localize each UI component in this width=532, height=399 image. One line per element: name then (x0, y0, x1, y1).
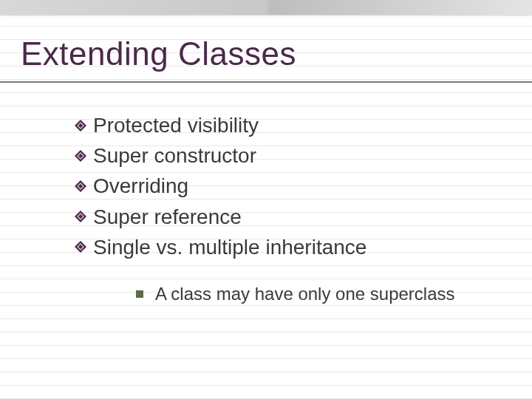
list-item: Single vs. multiple inheritance (74, 233, 366, 262)
diamond-bullet-icon (74, 240, 87, 253)
diamond-bullet-icon (74, 119, 87, 132)
slide-title: Extending Classes (21, 35, 296, 72)
diamond-bullet-icon (74, 210, 87, 223)
title-underline (0, 81, 532, 83)
list-item: Super constructor (74, 141, 366, 170)
slide-content: Extending Classes Protected visibility (0, 0, 532, 399)
list-item: A class may have only one superclass (136, 284, 455, 304)
bullet-label: Overriding (93, 171, 188, 200)
list-item: Overriding (74, 171, 366, 200)
bullet-list: Protected visibility Super constructor (74, 111, 366, 263)
sub-bullet-label: A class may have only one superclass (155, 284, 455, 304)
bullet-label: Protected visibility (93, 111, 259, 140)
bullet-label: Super reference (93, 202, 242, 231)
sub-bullet-list: A class may have only one superclass (136, 284, 455, 304)
bullet-label: Single vs. multiple inheritance (93, 233, 366, 262)
diamond-bullet-icon (74, 149, 87, 163)
bullet-label: Super constructor (93, 141, 256, 170)
square-bullet-icon (136, 290, 143, 298)
list-item: Protected visibility (74, 111, 366, 140)
list-item: Super reference (74, 202, 366, 231)
diamond-bullet-icon (74, 180, 87, 193)
